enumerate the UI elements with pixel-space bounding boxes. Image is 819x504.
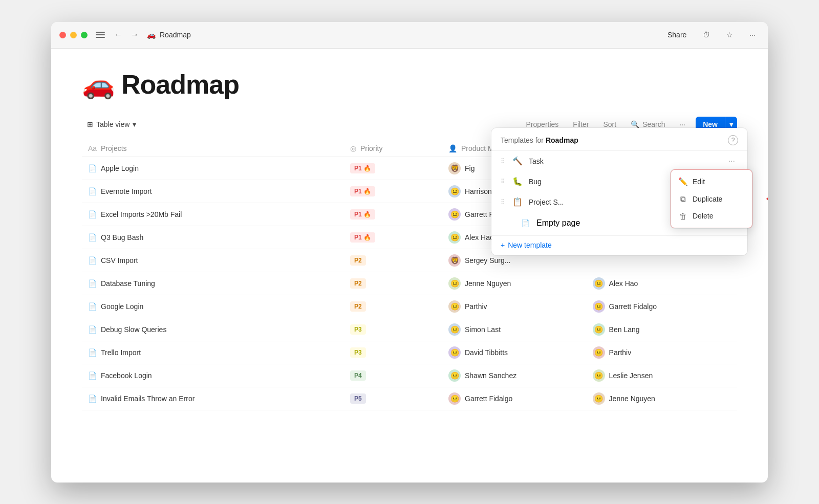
empty-page-label: Empty page: [536, 218, 580, 228]
pm-col-icon: 👤: [448, 144, 457, 152]
templates-title-bold: Roadmap: [546, 136, 578, 144]
new-template-button[interactable]: + New template: [491, 235, 747, 255]
dev-cell: 😐 Garrett Fidalgo: [593, 300, 731, 313]
project-cell: 📄 Invalid Emails Throw an Error: [88, 395, 338, 403]
doc-icon: 📄: [88, 187, 97, 195]
pm-name: Garrett Fidalgo: [465, 395, 512, 403]
fullscreen-button[interactable]: [81, 32, 88, 38]
table-row[interactable]: 📄 Invalid Emails Throw an Error P5 😐 Gar…: [82, 387, 737, 410]
table-row[interactable]: 📄 Google Login P2 😐 Parthiv 😐 Garrett Fi…: [82, 295, 737, 318]
drag-handle-project: ⠿: [501, 199, 505, 206]
template-item-task[interactable]: ⠿ 🔨 Task ··· ✏️ Edit ⧉ Duplicate 🗑: [491, 151, 747, 171]
minimize-button[interactable]: [70, 32, 77, 38]
templates-dropdown: Templates for Roadmap ? ⠿ 🔨 Task ··· ✏️ …: [491, 128, 747, 255]
menu-icon[interactable]: [96, 30, 106, 40]
project-cell: 📄 Facebook Login: [88, 371, 338, 380]
project-cell: 📄 CSV Import: [88, 256, 338, 265]
back-button[interactable]: ←: [112, 29, 124, 40]
doc-icon: 📄: [88, 302, 97, 311]
project-name: Excel Imports >20Mb Fail: [101, 210, 182, 218]
template-name-task: Task: [529, 157, 720, 165]
context-edit-button[interactable]: ✏️ Edit: [671, 173, 752, 190]
pm-name: Jenne Nguyen: [465, 279, 511, 288]
project-name: Apple Login: [101, 164, 139, 172]
pm-cell: 🦁 Sergey Surg...: [448, 254, 580, 267]
history-icon[interactable]: ⏱: [699, 29, 714, 41]
doc-icon: 📄: [88, 233, 97, 242]
project-name: Google Login: [101, 302, 143, 311]
priority-badge: P3: [350, 324, 366, 335]
table-row[interactable]: 📄 Facebook Login P4 😐 Shawn Sanchez 😐 Le…: [82, 364, 737, 387]
share-button[interactable]: Share: [663, 29, 691, 41]
template-emoji-project: 📋: [511, 197, 524, 207]
avatar: 😐: [448, 369, 461, 382]
drag-handle-bug: ⠿: [501, 178, 505, 185]
page-emoji: 🚗: [82, 69, 115, 100]
priority-badge: P1 🔥: [350, 163, 375, 173]
delete-icon: 🗑: [678, 212, 687, 221]
doc-icon: 📄: [88, 256, 97, 265]
pm-name: Parthiv: [465, 302, 487, 311]
project-cell: 📄 Excel Imports >20Mb Fail: [88, 210, 338, 218]
page-emoji-titlebar: 🚗: [147, 31, 156, 39]
pm-cell: 😐 Garrett Fidalgo: [448, 392, 580, 405]
dev-cell: 😐 Jenne Nguyen: [593, 392, 731, 405]
table-row[interactable]: 📄 Debug Slow Queries P3 😐 Simon Last 😐 B…: [82, 318, 737, 341]
avatar: 😐: [593, 392, 605, 405]
empty-page-icon: 📄: [519, 217, 531, 229]
page-header: 🚗 Roadmap: [82, 69, 737, 100]
more-options-icon[interactable]: ···: [745, 29, 760, 41]
pm-cell: 😐 Simon Last: [448, 323, 580, 336]
avatar: 😐: [448, 300, 461, 313]
star-icon[interactable]: ☆: [722, 29, 737, 41]
project-cell: 📄 Evernote Import: [88, 187, 338, 195]
project-name: Evernote Import: [101, 187, 152, 195]
page-title-text: Roadmap: [160, 31, 191, 39]
avatar: 😐: [448, 346, 461, 359]
pm-name: Alex Hao: [465, 233, 494, 242]
context-delete-button[interactable]: 🗑 Delete: [671, 208, 752, 225]
page-title: Roadmap: [121, 69, 239, 100]
help-icon[interactable]: ?: [728, 135, 738, 145]
table-view-button[interactable]: ⊞ Table view ▾: [82, 118, 141, 131]
traffic-lights: [59, 32, 88, 38]
projects-col-icon: Aa: [88, 144, 97, 152]
dev-name: Alex Hao: [609, 279, 638, 288]
pm-name: Sergey Surg...: [465, 256, 511, 265]
duplicate-icon: ⧉: [678, 194, 687, 204]
doc-icon: 📄: [88, 371, 97, 380]
priority-badge: P3: [350, 347, 366, 358]
priority-badge: P5: [350, 393, 366, 404]
pm-name: David Tibbitts: [465, 348, 508, 357]
doc-icon: 📄: [88, 348, 97, 357]
templates-header: Templates for Roadmap ?: [491, 128, 747, 151]
template-more-task[interactable]: ···: [725, 156, 738, 167]
titlebar-actions: Share ⏱ ☆ ···: [663, 29, 760, 41]
table-view-label: Table view: [96, 120, 130, 128]
context-duplicate-button[interactable]: ⧉ Duplicate: [671, 190, 752, 208]
priority-badge: P1 🔥: [350, 186, 375, 196]
forward-button[interactable]: →: [128, 29, 141, 40]
project-name: Database Tuning: [101, 279, 155, 288]
pm-cell: 😐 David Tibbitts: [448, 346, 580, 359]
edit-icon: ✏️: [678, 177, 687, 186]
avatar: 😐: [593, 300, 605, 313]
col-header-priority: ◎ Priority: [344, 140, 442, 157]
titlebar: ← → 🚗 Roadmap Share ⏱ ☆ ···: [51, 22, 768, 49]
project-cell: 📄 Database Tuning: [88, 279, 338, 288]
template-emoji-bug: 🐛: [511, 177, 524, 186]
avatar: 😐: [593, 369, 605, 382]
drag-handle-task: ⠿: [501, 158, 505, 165]
chevron-down-icon: ▾: [133, 120, 136, 128]
table-row[interactable]: 📄 Database Tuning P2 😐 Jenne Nguyen 😐 Al…: [82, 272, 737, 295]
priority-badge: P2: [350, 255, 366, 266]
pm-cell: 😐 Jenne Nguyen: [448, 277, 580, 290]
page-title-bar: 🚗 Roadmap: [147, 31, 191, 39]
templates-title: Templates for Roadmap: [501, 136, 578, 144]
dev-name: Garrett Fidalgo: [609, 302, 657, 311]
pm-cell: 😐 Shawn Sanchez: [448, 369, 580, 382]
close-button[interactable]: [59, 32, 66, 38]
new-template-label: New template: [508, 241, 552, 249]
table-row[interactable]: 📄 Trello Import P3 😐 David Tibbitts 😐 Pa…: [82, 341, 737, 364]
avatar: 😐: [448, 277, 461, 290]
